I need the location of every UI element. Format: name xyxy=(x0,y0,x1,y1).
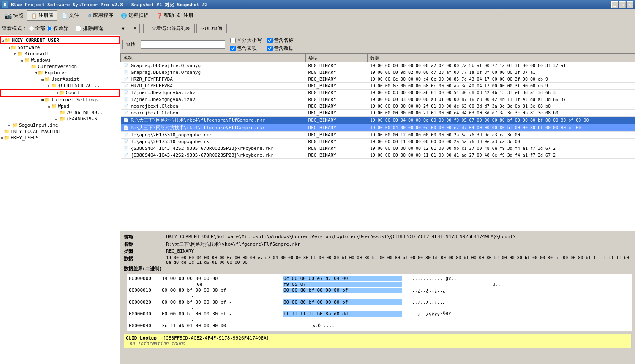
radio-diff[interactable]: 仅差异 xyxy=(47,25,68,32)
expand-icon: ⊟ xyxy=(28,65,30,69)
file-icon: 📄 xyxy=(123,133,131,137)
tree-node-hku-label: HKEY_USERS xyxy=(11,135,38,141)
registry-table-container: 名称 类型 数据 📄 Graprag.DDOebjfre.QrsnhygREG_… xyxy=(120,54,635,231)
tree-node-sogouin[interactable]: — 📁 SogouInput.ime xyxy=(0,122,120,128)
file-icon: 📄 xyxy=(123,139,131,144)
filter-dots-button[interactable]: ... xyxy=(105,24,116,33)
cell-data: 19 00 00 6e 00 00 00 c4 0c 00 00 85 7c 4… xyxy=(368,76,635,83)
search-button[interactable]: 查找 xyxy=(122,40,139,49)
tree-node-cebff5cd-label: {CEBFF5CD-AC... xyxy=(58,83,100,88)
detail-tableitem-row: 表项 HKEY_CURRENT_USER\Software\Microsoft\… xyxy=(124,234,632,240)
minimize-button[interactable]: _ xyxy=(611,1,618,8)
tree-node-20a6b890[interactable]: — 📁 20-a6-b8-90... xyxy=(0,109,120,116)
cell-data: 19 00 00 00 00 00 00 12 01 00 00 9b c1 2… xyxy=(368,145,635,152)
file-icon: 📄 xyxy=(123,90,131,95)
menu-help[interactable]: ❓ 帮助 & 注册 xyxy=(153,10,197,21)
tree-node-windows[interactable]: ⊟ 📁 Windows xyxy=(0,57,120,63)
filter-x-button[interactable]: ✕ xyxy=(130,24,140,33)
cell-data: 19 00 00 00 9d 02 00 00 c7 23 af 00 77 1… xyxy=(368,69,635,76)
include-data-checkbox[interactable]: 包含数据 xyxy=(267,45,294,52)
col-type[interactable]: 类型 xyxy=(306,54,368,62)
table-row[interactable]: 📄 HRZR_PGYFRFFVBAREG_BINARY19 00 00 6e 0… xyxy=(121,76,635,83)
menu-registry[interactable]: 📋 注册表 xyxy=(27,10,57,21)
table-row[interactable]: 📄 noarejbexf.GlcbenREG_BINARY19 00 00 00… xyxy=(121,110,635,117)
expand-icon: ⊞ xyxy=(1,136,3,140)
table-row[interactable]: 📄 T:\apng\20175310_onpxqbbe.rkrREG_BINAR… xyxy=(121,139,635,145)
filter-checkbox[interactable] xyxy=(76,26,81,31)
cell-type: REG_BINARY xyxy=(306,124,368,132)
case-sensitive-checkbox[interactable]: 区分大小写 xyxy=(230,37,262,44)
table-row[interactable]: 📄 IZjner.Jbexfgngvba.izhvREG_BINARY19 00… xyxy=(121,96,635,103)
expand-icon: ⊟ xyxy=(35,71,37,75)
tree-node-count[interactable]: ⊟ 📁 Count xyxy=(0,89,120,97)
cell-data: 19 00 00 00 00 00 00 2f 01 00 00 dc 63 0… xyxy=(368,103,635,110)
cell-name: 📄 Graprag.DDOebjfre.Qrsnhyg xyxy=(121,69,306,76)
tree-node-userassist[interactable]: ⊟ 📁 UserAssist xyxy=(0,76,120,82)
include-items-checkbox[interactable]: 包含表项 xyxy=(230,45,262,52)
col-data[interactable]: 数据 xyxy=(368,54,635,62)
menu-snapshot[interactable]: 📷 快照 xyxy=(1,10,27,21)
maximize-button[interactable]: □ xyxy=(619,1,626,8)
table-row[interactable]: 📄 {S38OS404-1Q43-42S2-9305-67QR0028SP23}… xyxy=(121,152,635,159)
filter-funnel-button[interactable]: ▼ xyxy=(118,24,128,33)
guid-button[interactable]: GUID查阅 xyxy=(196,24,227,33)
tree-node-microsoft[interactable]: ⊟ 📁 Microsoft xyxy=(0,51,120,57)
file-icon: 📄 xyxy=(123,111,131,115)
cell-type: REG_BINARY xyxy=(306,69,368,76)
table-row[interactable]: 📄 T:\apng\20175310_onpxqbbe.rkrREG_BINAR… xyxy=(121,132,635,139)
hex-row-0: 00000000 19 00 00 00 00 00 00 - 0c 00 00… xyxy=(129,276,630,281)
cell-name: 📄 R:\大三下\网络对抗技术\rkc4\flfgenpre\FlfGenpre… xyxy=(121,124,306,132)
tree-node-cebff5cd[interactable]: ⊟ 📁 {CEBFF5CD-AC... xyxy=(0,82,120,89)
menu-remote[interactable]: 🌐 远程扫描 xyxy=(117,10,153,21)
tree-node-hku[interactable]: ⊞ 📁 HKEY_USERS xyxy=(0,135,120,141)
col-name[interactable]: 名称 xyxy=(121,54,306,62)
tree-node-explorer[interactable]: ⊟ 📁 Explorer xyxy=(0,70,120,76)
file-icon: 📄 xyxy=(123,118,131,122)
guid-label: GUID Lookup xyxy=(126,335,157,341)
folder-icon: 📁 xyxy=(11,45,16,50)
tree-node-internetsettings[interactable]: ⊞ 📁 Internet Settings xyxy=(0,97,120,103)
type-detail-value: REG_BINARY xyxy=(166,248,632,255)
expand-icon: ⊟ xyxy=(56,91,58,95)
tree-node-software[interactable]: ⊟ 📁 Software xyxy=(0,44,120,51)
table-row[interactable]: 📄 Graprag.DDOebjfre.QrsnhygREG_BINARY19 … xyxy=(121,62,635,69)
menu-app[interactable]: 🖥 应用程序 xyxy=(83,10,117,21)
hex-row-2: 00000010 00 00 80 bf 00 00 80 bf - 00 00… xyxy=(129,288,630,293)
table-row[interactable]: 📄 noarejbexf.GlcbenREG_BINARY19 00 00 00… xyxy=(121,103,635,110)
tree-node-hkcu[interactable]: ⊟ 📁 HKEY_CURRENT_USER xyxy=(0,36,120,44)
tree-node-hklm[interactable]: ⊞ 📁 HKEY_LOCAL_MACHINE xyxy=(0,128,120,135)
table-row[interactable]: 📄 IZjner.Jbexfgngvba.izhvREG_BINARY19 00… xyxy=(121,90,635,96)
tree-node-currentversion[interactable]: ⊟ 📁 CurrentVersion xyxy=(0,63,120,70)
menu-file[interactable]: 📄 文件 xyxy=(57,10,83,21)
cell-type: REG_BINARY xyxy=(306,76,368,83)
tableitem-label: 表项 xyxy=(124,234,166,240)
tree-node-currentversion-label: CurrentVersion xyxy=(38,64,77,69)
cell-type: REG_BINARY xyxy=(306,117,368,124)
close-button[interactable]: ✕ xyxy=(627,1,633,8)
hex-row-7: - xyxy=(129,317,630,323)
cell-data: 19 00 00 03 00 00 00 a6 01 00 00 54 d0 c… xyxy=(368,90,635,96)
cell-type: REG_BINARY xyxy=(306,132,368,139)
guid-section: GUID Lookup {CEBFF5CD-ACE2-4F4F-9178-992… xyxy=(124,333,632,348)
cell-name: 📄 HRZR_PGYFRFFVBA xyxy=(121,83,306,90)
cell-data: 19 00 00 00 11 00 00 00 00 00 00 2a 5a 7… xyxy=(368,139,635,145)
tableitem-value: HKEY_CURRENT_USER\Software\Microsoft\Win… xyxy=(166,234,632,240)
table-row[interactable]: 📄 {S38OS404-1Q43-42S2-9305-67QR0028SP23}… xyxy=(121,145,635,152)
tree-node-wpad[interactable]: ⊟ 📁 Wpad xyxy=(0,103,120,109)
table-row[interactable]: 📄 R:\大三下\网络对抗技术\rkc4\flfgenpre\FlfGenpre… xyxy=(121,124,635,132)
table-row[interactable]: 📄 R:\大三下\网络对抗技术\rkc4\flfgenpre\FlfGenpre… xyxy=(121,117,635,124)
include-names-checkbox[interactable]: 包含名称 xyxy=(267,37,294,44)
search-input[interactable] xyxy=(141,40,225,49)
separator-1 xyxy=(72,24,72,33)
hex-row-8: 00000040 3c 11 d6 01 00 00 00 00 <.Ö....… xyxy=(129,323,630,329)
tree-panel: ⊟ 📁 HKEY_CURRENT_USER ⊟ 📁 Software ⊟ 📁 M… xyxy=(0,35,120,364)
file-icon: 📄 xyxy=(123,77,131,81)
table-row[interactable]: 📄 Graprag.DDOebjfre.QrsnhygREG_BINARY19 … xyxy=(121,69,635,76)
tree-node-internetsettings-label: Internet Settings xyxy=(51,97,99,103)
tree-node-fa46d619[interactable]: — 📁 {FA46D619-6... xyxy=(0,116,120,122)
export-button[interactable]: 查看\导出签异列表 xyxy=(147,24,195,33)
folder-icon: 📁 xyxy=(44,97,50,103)
table-row[interactable]: 📄 HRZR_PGYFRFFVBAREG_BINARY19 00 00 6e 0… xyxy=(121,83,635,90)
file-icon: 📄 xyxy=(123,63,131,68)
radio-all[interactable]: 全部 xyxy=(29,25,45,32)
